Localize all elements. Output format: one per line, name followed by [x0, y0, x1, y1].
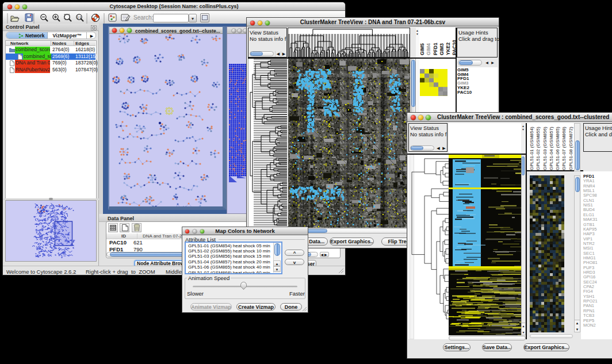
svg-text:1:1: 1:1 — [77, 16, 81, 19]
